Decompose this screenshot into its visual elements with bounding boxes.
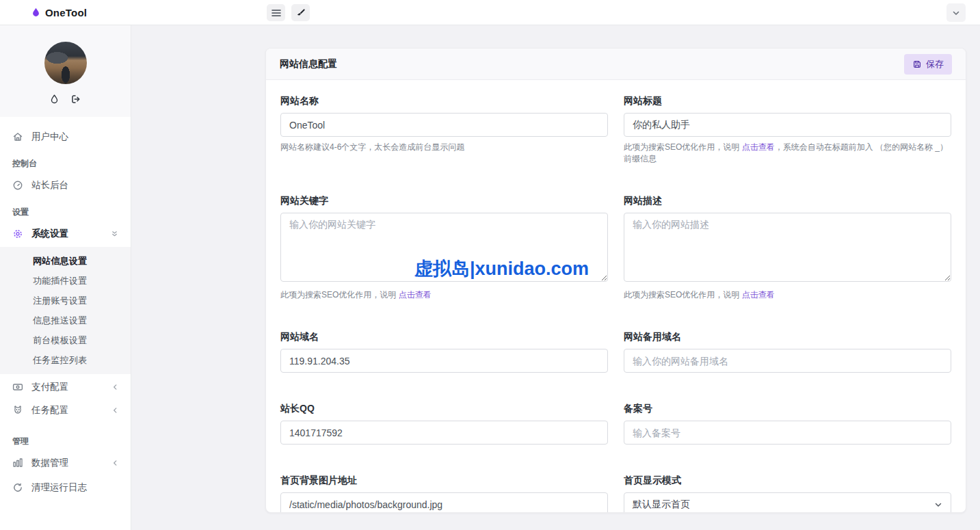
chevron-down-icon bbox=[952, 9, 960, 17]
field-label: 网站备用域名 bbox=[624, 331, 951, 343]
site-title-input[interactable] bbox=[624, 113, 951, 137]
logout-button[interactable] bbox=[70, 94, 81, 105]
sidebar-item-label: 系统设置 bbox=[31, 228, 68, 240]
background-image-input[interactable] bbox=[280, 492, 608, 513]
bar-chart-icon bbox=[12, 458, 23, 468]
field-background-image: 首页背景图片地址 bbox=[280, 475, 608, 513]
card-body: 网站名称 网站名称建议4-6个文字，太长会造成前台显示问题 网站标题 此项为搜索… bbox=[266, 80, 966, 513]
submenu-item-site-info[interactable]: 网站信息设置 bbox=[0, 251, 131, 271]
dog-icon bbox=[12, 405, 23, 416]
field-site-description: 网站描述 此项为搜索SEO优化作用，说明 点击查看 bbox=[624, 195, 951, 301]
field-site-title: 网站标题 此项为搜索SEO优化作用，说明 点击查看，系统会自动在标题前加入 （您… bbox=[624, 95, 951, 165]
sidebar-nav: 用户中心 控制台 站长后台 设置 系统设置 网站信息设置 功能插件设置 注册账号… bbox=[0, 117, 131, 498]
nav-section-console: 控制台 bbox=[0, 158, 131, 170]
banknote-icon bbox=[12, 382, 23, 393]
field-webmaster-qq: 站长QQ bbox=[280, 403, 608, 445]
site-description-textarea[interactable] bbox=[624, 213, 951, 282]
site-keywords-textarea[interactable] bbox=[280, 213, 608, 282]
field-icp-number: 备案号 bbox=[624, 403, 951, 445]
field-label: 网站描述 bbox=[624, 195, 951, 207]
sidebar-item-label: 任务配置 bbox=[31, 404, 68, 416]
nav-section-management: 管理 bbox=[0, 436, 131, 447]
save-button[interactable]: 保存 bbox=[904, 54, 952, 75]
help-link[interactable]: 点击查看 bbox=[399, 290, 432, 300]
save-button-label: 保存 bbox=[926, 58, 944, 70]
site-domain-input[interactable] bbox=[280, 349, 608, 373]
topbar: OneTool bbox=[0, 0, 980, 25]
field-label: 站长QQ bbox=[280, 403, 608, 415]
sidebar-item-user-center[interactable]: 用户中心 bbox=[0, 127, 131, 147]
field-site-name: 网站名称 网站名称建议4-6个文字，太长会造成前台显示问题 bbox=[280, 95, 608, 165]
site-info-card: 网站信息配置 保存 网站名称 网站名称建议4-6个文字，太长会造成前台显示问题 … bbox=[265, 48, 966, 513]
card-header: 网站信息配置 保存 bbox=[266, 49, 966, 80]
sidebar-toggle-button[interactable] bbox=[267, 4, 285, 21]
theme-button[interactable] bbox=[291, 4, 310, 21]
profile-block bbox=[0, 25, 131, 117]
sidebar-item-label: 清理运行日志 bbox=[31, 481, 87, 494]
submenu-item-push[interactable]: 信息推送设置 bbox=[0, 310, 131, 330]
card-title: 网站信息配置 bbox=[280, 58, 337, 70]
gauge-icon bbox=[12, 180, 23, 191]
site-name-input[interactable] bbox=[280, 113, 608, 137]
field-label: 网站标题 bbox=[624, 95, 951, 107]
topbar-logo[interactable]: OneTool bbox=[31, 7, 87, 18]
field-help: 此项为搜索SEO优化作用，说明 点击查看 bbox=[624, 289, 951, 301]
field-label: 首页背景图片地址 bbox=[280, 475, 608, 487]
chevron-left-icon bbox=[112, 384, 118, 390]
submenu-item-register[interactable]: 注册账号设置 bbox=[0, 291, 131, 310]
chevron-left-icon bbox=[112, 460, 118, 466]
field-backup-domain: 网站备用域名 bbox=[624, 331, 951, 373]
submenu-item-task-monitor[interactable]: 任务监控列表 bbox=[0, 350, 131, 370]
droplet-logo-icon bbox=[31, 7, 41, 18]
droplet-button[interactable] bbox=[49, 94, 59, 105]
help-text: 此项为搜索SEO优化作用，说明 bbox=[624, 290, 742, 300]
save-icon bbox=[912, 59, 922, 69]
chevron-down-icon bbox=[934, 501, 942, 509]
sidebar-item-label: 用户中心 bbox=[31, 131, 68, 143]
gear-icon bbox=[12, 228, 23, 239]
sidebar-item-task-config[interactable]: 任务配置 bbox=[0, 400, 131, 421]
sidebar: 用户中心 控制台 站长后台 设置 系统设置 网站信息设置 功能插件设置 注册账号… bbox=[0, 25, 131, 530]
selected-option: 默认显示首页 bbox=[633, 499, 690, 511]
avatar[interactable] bbox=[44, 42, 87, 84]
help-link[interactable]: 点击查看 bbox=[742, 142, 775, 152]
droplet-icon bbox=[49, 94, 59, 105]
sidebar-item-data-management[interactable]: 数据管理 bbox=[0, 453, 131, 473]
field-label: 首页显示模式 bbox=[624, 475, 951, 487]
brush-icon bbox=[296, 8, 306, 18]
chevron-left-icon bbox=[112, 407, 118, 414]
webmaster-qq-input[interactable] bbox=[280, 421, 608, 445]
field-help: 此项为搜索SEO优化作用，说明 点击查看 bbox=[280, 289, 608, 301]
navbar-collapse-button[interactable] bbox=[946, 3, 966, 22]
refresh-icon bbox=[12, 482, 23, 493]
help-link[interactable]: 点击查看 bbox=[742, 290, 775, 300]
field-homepage-mode: 首页显示模式 默认显示首页 bbox=[624, 475, 951, 513]
sidebar-item-label: 站长后台 bbox=[31, 179, 68, 191]
field-label: 网站关键字 bbox=[280, 195, 608, 207]
system-settings-submenu: 网站信息设置 功能插件设置 注册账号设置 信息推送设置 前台模板设置 任务监控列… bbox=[0, 247, 131, 374]
backup-domain-input[interactable] bbox=[624, 349, 951, 373]
logout-icon bbox=[70, 94, 81, 105]
field-label: 网站名称 bbox=[280, 95, 608, 107]
home-icon bbox=[12, 131, 23, 142]
field-label: 网站域名 bbox=[280, 331, 608, 343]
help-text: 此项为搜索SEO优化作用，说明 bbox=[280, 290, 399, 300]
hamburger-icon bbox=[272, 9, 281, 17]
submenu-item-plugins[interactable]: 功能插件设置 bbox=[0, 271, 131, 291]
submenu-item-template[interactable]: 前台模板设置 bbox=[0, 330, 131, 350]
sidebar-item-label: 数据管理 bbox=[31, 457, 68, 469]
field-help: 此项为搜索SEO优化作用，说明 点击查看，系统会自动在标题前加入 （您的网站名称… bbox=[624, 142, 951, 165]
sidebar-item-payment-config[interactable]: 支付配置 bbox=[0, 377, 131, 397]
sidebar-item-system-settings[interactable]: 系统设置 bbox=[0, 224, 131, 244]
logo-text: OneTool bbox=[45, 7, 87, 18]
nav-section-settings: 设置 bbox=[0, 207, 131, 218]
field-site-domain: 网站域名 bbox=[280, 331, 608, 373]
field-label: 备案号 bbox=[624, 403, 951, 415]
sidebar-item-label: 支付配置 bbox=[31, 381, 68, 393]
homepage-mode-select[interactable]: 默认显示首页 bbox=[624, 492, 951, 513]
chevrons-down-icon bbox=[111, 230, 118, 238]
help-text: 此项为搜索SEO优化作用，说明 bbox=[624, 142, 742, 152]
sidebar-item-clear-logs[interactable]: 清理运行日志 bbox=[0, 477, 131, 498]
sidebar-item-webmaster-backend[interactable]: 站长后台 bbox=[0, 175, 131, 196]
icp-number-input[interactable] bbox=[624, 421, 951, 445]
